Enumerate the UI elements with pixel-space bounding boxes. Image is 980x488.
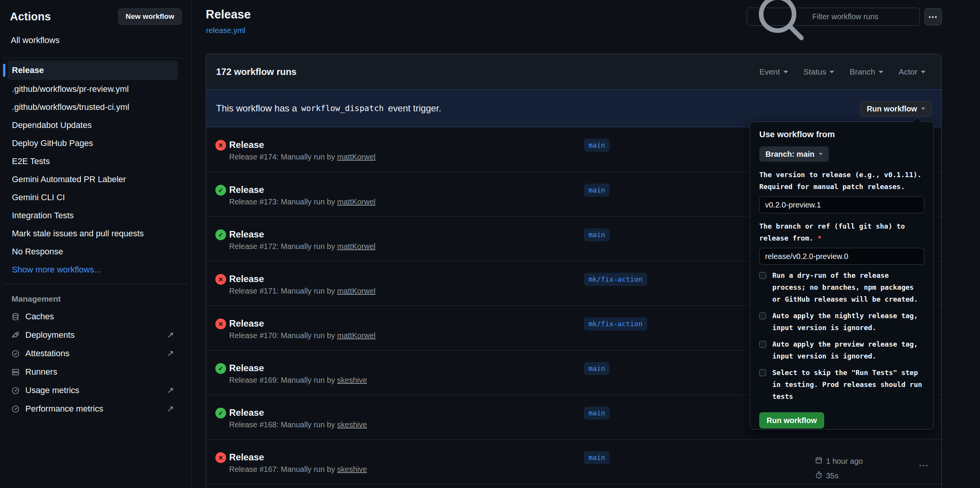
sidebar-item-label: Dependabot Updates: [12, 120, 92, 130]
sidebar-item-label: E2E Tests: [12, 156, 50, 166]
ref-input-label: The branch or ref (full git sha) to rele…: [759, 220, 924, 244]
sidebar-item-show-more-workflows[interactable]: Show more workflows...: [0, 261, 191, 279]
sidebar-item-label: Deployments: [25, 330, 74, 340]
branch-badge[interactable]: main: [584, 139, 610, 152]
run-title-link[interactable]: Release: [229, 318, 264, 329]
popover-checkbox-row[interactable]: Auto apply the nightly release tag, inpu…: [759, 310, 924, 334]
filter-runs-input[interactable]: [812, 12, 914, 21]
branch-badge[interactable]: main: [584, 228, 610, 241]
sidebar-item-release[interactable]: Release: [8, 61, 178, 80]
popover-checkbox-row[interactable]: Run a dry-run of the release process; no…: [759, 269, 924, 305]
chevron-down-icon: [783, 71, 788, 73]
run-title-link[interactable]: Release: [229, 407, 264, 418]
sidebar-item-dependabot-updates[interactable]: Dependabot Updates: [0, 116, 191, 134]
filter-workflow-runs-searchbox: [747, 8, 920, 26]
popover-heading: Use workflow from: [759, 129, 924, 139]
run-title-link[interactable]: Release: [229, 229, 264, 240]
sidebar-item-attestations[interactable]: Attestations ↗: [0, 344, 191, 363]
workflow-file-link[interactable]: release.yml: [206, 26, 245, 35]
status-failure-icon: ✕: [215, 140, 226, 151]
sidebar-item-label: Integration Tests: [12, 211, 74, 221]
sidebar-item-integration-tests[interactable]: Integration Tests: [0, 206, 191, 224]
branch-badge[interactable]: mk/fix-action: [584, 317, 647, 330]
sidebar-item-gemini-automated-pr-labeler[interactable]: Gemini Automated PR Labeler: [0, 170, 191, 188]
run-actor-link[interactable]: mattKorwel: [337, 153, 375, 161]
run-actor-link[interactable]: mattKorwel: [337, 198, 375, 206]
branch-badge[interactable]: mk/fix-action: [584, 273, 647, 286]
run-workflow-dropdown-button[interactable]: Run workflow: [860, 101, 932, 116]
branch-badge[interactable]: main: [584, 184, 610, 197]
run-description: Release #172: Manually run by mattKorwel: [229, 242, 375, 251]
sidebar-item-label: Show more workflows...: [12, 265, 101, 275]
filter-dropdown-status[interactable]: Status: [803, 67, 835, 76]
run-title-link[interactable]: Release: [229, 184, 264, 195]
sidebar-item-usage-metrics[interactable]: Usage metrics ↗: [0, 381, 191, 400]
run-description: Release #169: Manually run by skeshive: [229, 376, 367, 385]
status-failure-icon: ✕: [215, 274, 226, 285]
arrow-up-right-icon: ↗: [167, 330, 174, 340]
required-asterisk: *: [818, 234, 822, 242]
sidebar-item-mark-stale-issues-and-pull-requests[interactable]: Mark stale issues and pull requests: [0, 224, 191, 242]
run-actor-link[interactable]: skeshive: [337, 376, 367, 384]
filter-dropdown-branch[interactable]: Branch: [849, 67, 883, 76]
sidebar-title: Actions: [10, 10, 51, 23]
ref-input[interactable]: [759, 248, 924, 265]
runs-count: 172 workflow runs: [216, 66, 296, 77]
new-workflow-button[interactable]: New workflow: [118, 8, 182, 25]
run-workflow-submit-button[interactable]: Run workflow: [759, 412, 824, 428]
sidebar-item-label: Gemini Automated PR Labeler: [12, 174, 126, 184]
run-actor-link[interactable]: mattKorwel: [337, 331, 375, 340]
sidebar-item-e2e-tests[interactable]: E2E Tests: [0, 152, 191, 170]
filter-dropdown-event[interactable]: Event: [759, 67, 788, 76]
popover-checkbox-row[interactable]: Select to skip the "Run Tests" step in t…: [759, 367, 924, 402]
branch-selector-button[interactable]: Branch: main: [759, 146, 829, 162]
workflow-run-row[interactable]: ✕ Release Release #167: Manually run by …: [206, 439, 941, 484]
checkbox[interactable]: [759, 312, 766, 319]
sidebar-item-no-response[interactable]: No Response: [0, 242, 191, 261]
run-title-link[interactable]: Release: [229, 274, 264, 284]
sidebar-item-github-workflows-trusted-ci-yml[interactable]: .github/workflows/trusted-ci.yml: [0, 98, 191, 116]
sidebar-divider: [3, 58, 188, 58]
filter-dropdown-actor[interactable]: Actor: [899, 67, 925, 76]
sidebar-item-deployments[interactable]: Deployments ↗: [0, 326, 191, 344]
run-description: Release #167: Manually run by skeshive: [229, 465, 367, 474]
popover-checkbox-row[interactable]: Auto apply the preview release tag, inpu…: [759, 338, 924, 362]
run-meta: 1 hour ago 35s: [815, 456, 863, 481]
sidebar-item-label: Attestations: [25, 349, 69, 359]
sidebar-item-label: .github/workflows/pr-review.yml: [12, 84, 129, 94]
branch-badge[interactable]: main: [584, 362, 610, 375]
sidebar-item-label: Usage metrics: [25, 385, 79, 395]
run-actor-link[interactable]: skeshive: [337, 420, 367, 429]
search-icon: [752, 0, 808, 45]
version-input[interactable]: [759, 196, 924, 213]
run-description: Release #170: Manually run by mattKorwel: [229, 331, 375, 340]
run-description: Release #168: Manually run by skeshive: [229, 420, 367, 429]
run-description: Release #174: Manually run by mattKorwel: [229, 153, 375, 161]
run-actor-link[interactable]: mattKorwel: [337, 287, 375, 295]
run-actor-link[interactable]: skeshive: [337, 465, 367, 473]
database-icon: [12, 313, 20, 321]
sidebar-item-performance-metrics[interactable]: Performance metrics ↗: [0, 400, 191, 418]
chevron-down-icon: [921, 71, 925, 73]
management-list: Caches ↗ Deployments ↗ Attestations ↗ Ru…: [0, 307, 191, 418]
branch-badge[interactable]: main: [584, 407, 610, 420]
branch-badge[interactable]: main: [584, 451, 610, 464]
status-success-icon: ✓: [215, 229, 226, 240]
workflow-options-kebab-button[interactable]: ⋯: [924, 8, 942, 25]
runs-list-header: 172 workflow runs Event Status Branch Ac…: [206, 54, 941, 90]
sidebar-item-deploy-github-pages[interactable]: Deploy GitHub Pages: [0, 134, 191, 152]
run-title-link[interactable]: Release: [229, 139, 264, 150]
run-kebab-menu-icon[interactable]: ⋯: [919, 460, 930, 471]
checkbox[interactable]: [759, 369, 766, 376]
run-title-link[interactable]: Release: [229, 363, 264, 373]
status-failure-icon: ✕: [215, 452, 226, 463]
sidebar-item-caches[interactable]: Caches ↗: [0, 307, 191, 326]
checkbox[interactable]: [759, 272, 766, 279]
checkbox[interactable]: [759, 341, 766, 348]
run-actor-link[interactable]: mattKorwel: [337, 242, 375, 251]
sidebar-item-github-workflows-pr-review-yml[interactable]: .github/workflows/pr-review.yml: [0, 80, 191, 98]
sidebar-item-all-workflows[interactable]: All workflows: [0, 35, 191, 45]
run-title-link[interactable]: Release: [229, 452, 264, 463]
sidebar-item-runners[interactable]: Runners ↗: [0, 363, 191, 381]
sidebar-item-gemini-cli-ci[interactable]: Gemini CLI CI: [0, 188, 191, 206]
